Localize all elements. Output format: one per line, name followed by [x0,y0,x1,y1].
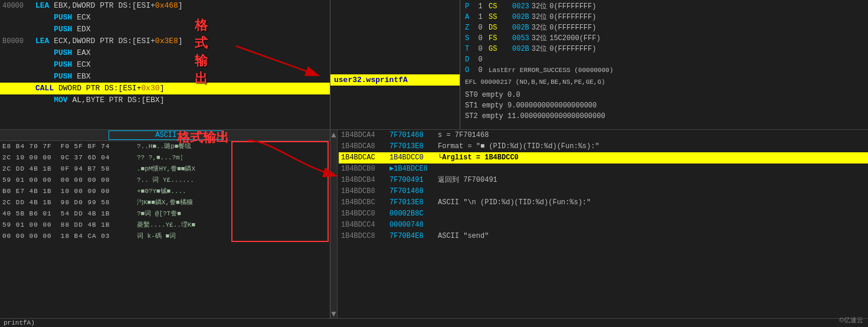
hex-row: E8 B4 70 7F F0 5F BF 74 ?..H■..璐p■餐续 [0,141,330,152]
stack-val: 7F7013E8 [389,198,435,208]
efl-value: EFL 00000217 (NO,B,NE,BE,NS,PE,GE,G) [465,77,605,87]
stack-comment: ASCII "\n (PID:%d)(TID:%d)(Fun:%s):" [438,198,591,208]
hex-row: 2C DD 4B 1B 0F 94 B7 58 .■pM惬HY,誊■■鏻X [0,164,330,175]
reg-gs-bits: 32位 [532,44,547,54]
reg-z-val: 0 [474,22,486,33]
hex-row: 59 01 00 00 00 00 00 00 ?.. 词 Y£...... [0,175,330,186]
hex-ascii: +■0?Y■铖■.... [137,187,186,197]
reg-fs: FS [489,33,510,44]
stack-addr: 1B4BDCA8 [341,142,389,152]
st2-value: ST2 empty 11.00000000000000000000 [465,111,605,122]
reg-z: Z [465,22,474,33]
scroll-up-icon[interactable]: ▲ [331,131,336,139]
disasm-instr: PUSH EBX [35,71,91,82]
reg-ds: DS [489,22,510,33]
reg-ss-code: 002B [512,12,529,22]
stack-row: 1B4BDCB4 7F700491 返回到 7F700491 [339,175,868,186]
stack-val: 7F700491 [389,175,435,185]
reg-s: S [465,33,474,44]
hex-bytes: 59 01 00 00 88 DD 4B 1B [2,220,132,230]
hex-bytes: B0 E7 4B 1B 10 00 00 00 [2,187,132,197]
stack-val: 7F70B4E8 [389,231,435,241]
disasm-instr: LEA EBX,DWORD PTR DS:[ESI+0x468] [35,1,183,11]
stack-rows-container: 1B4BDCA4 7F701468 s = 7F701468 1B4BDCA8 … [339,130,868,242]
hex-ascii: .■pM惬HY,誊■■鏻X [137,164,195,174]
scroll-down-icon[interactable]: ▼ [331,310,336,318]
stack-addr: 1B4BDCC8 [341,231,389,241]
watermark: ©亿速云 [839,316,863,325]
stack-row: 1B4BDCC8 7F70B4E8 ASCII "send" [339,231,868,242]
hex-row: 40 5B B6 01 54 DD 4B 1B ?■词 @[?T誊■ [0,208,330,220]
reg-gs-val: 0(FFFFFFFF) [549,44,596,54]
stack-addr: 1B4BDCC0 [341,209,389,219]
reg-row: D 0 [465,54,863,65]
hex-row: 2C 10 00 00 9C 37 6D 04 ?? ?,■...?m¦ [0,152,330,164]
stack-addr: 1B4BDCBC [341,198,389,208]
stack-row: 1B4BDCA8 7F7013E8 Format = "■ (PID:%d)(T… [339,141,868,152]
reg-p-val: 1 [474,1,486,12]
disasm-row: PUSH EAX [0,47,330,59]
reg-gs: GS [489,44,510,54]
hex-header-spacer [224,130,328,140]
reg-fs-code: 0053 [512,33,529,44]
st1-row: ST1 empty 9.0000000000000000000 [465,100,863,111]
hex-bytes: 00 00 00 00 18 B4 CA 03 [2,231,132,241]
hex-bytes: E8 B4 70 7F F0 5F BF 74 [2,142,132,152]
reg-ds-code: 002B [512,22,529,33]
reg-s-val: 0 [474,33,486,44]
disasm-row: PUSH ECX [0,59,330,71]
stack-row: 1B4BDCB8 7F701468 [339,186,868,197]
stack-comment: 返回到 7F700491 [438,175,497,185]
stack-val: 00000748 [389,220,435,230]
disasm-highlighted-row: CALL DWORD PTR DS:[ESI+0x30] [0,83,330,94]
reg-row: Z 0 DS 002B 32位 0(FFFFFFFF) [465,22,863,33]
efl-row: EFL 00000217 (NO,B,NE,BE,NS,PE,GE,G) [465,77,863,87]
hex-ascii: ?? ?,■...?m¦ [137,153,184,163]
reg-cs: CS [489,1,510,12]
hex-row: 00 00 00 00 18 B4 CA 03 词 k-碼 ■词 [0,231,330,242]
disasm-pane: 40000 LEA EBX,DWORD PTR DS:[ESI+0x468] P… [0,0,330,129]
stack-val: 1B4BDCC0 [389,153,435,163]
disasm-row: MOV AL,BYTE PTR DS:[EBX] [0,94,330,106]
disasm-row: B0000 LEA ECX,DWORD PTR DS:[ESI+0x3E8] [0,35,330,47]
hex-header-ascii: ASCII [109,130,224,140]
reg-fs-bits: 32位 [532,33,547,44]
reg-ss-val: 0(FFFFFFFF) [549,12,596,22]
reg-fs-val: 15C2000(FFF) [549,33,600,44]
hex-header-bytes [2,130,109,140]
stack-comment: s = 7F701468 [438,130,489,140]
hex-bytes: 59 01 00 00 00 00 00 00 [2,175,132,185]
hex-rows-container: E8 B4 70 7F F0 5F BF 74 ?..H■..璐p■餐续 2C … [0,141,330,242]
reg-o: O [465,65,474,76]
hex-ascii: ?.. 词 Y£...... [137,175,194,185]
stack-addr: 1B4BDCA4 [341,130,389,140]
reg-row: A 1 SS 002B 32位 0(FFFFFFFF) [465,12,863,22]
bottom-section: ASCII E8 B4 70 7F F0 5F BF 74 ?..H■..璐p■… [0,130,868,318]
call-keyword: CALL [35,84,54,93]
reg-cs-bits: 32位 [532,1,547,12]
hex-ascii: 汋K■■鏻X,誊■橘槺 [137,198,193,208]
stack-highlighted-row: 1B4BDCAC 1B4BDCC0 └Arglist = 1B4BDCC0 [339,152,868,164]
hex-ascii: 菱繫....Y£..堽K■ [137,220,195,230]
disasm-instr: LEA ECX,DWORD PTR DS:[ESI+0x3E8] [35,36,183,47]
stack-addr: 1B4BDCB8 [341,187,389,197]
disasm-instr: PUSH ECX [35,60,91,70]
hex-bytes: 2C DD 4B 1B 98 D0 99 58 [2,198,132,208]
reg-ss: SS [489,12,510,22]
reg-cs-val: 0(FFFFFFFF) [549,1,596,12]
stack-comment-arglist: └Arglist = 1B4BDCC0 [438,153,519,163]
stack-val: 00002B8C [389,209,435,219]
main-container: 40000 LEA EBX,DWORD PTR DS:[ESI+0x468] P… [0,0,868,327]
reg-row: O 0 LastErr ERROR_SUCCESS (00000000) [465,65,863,76]
disasm-instr: MOV AL,BYTE PTR DS:[EBX] [35,95,164,106]
reg-ds-val: 0(FFFFFFFF) [549,22,596,33]
reg-t: T [465,44,474,54]
reg-o-val: 0 [474,65,486,76]
st2-row: ST2 empty 11.00000000000000000000 [465,111,863,122]
disasm-row: PUSH EBX [0,71,330,83]
reg-ds-bits: 32位 [532,22,547,33]
scroll-bar[interactable]: ▲ ▼ [330,130,338,318]
reg-t-val: 0 [474,44,486,54]
reg-a-val: 1 [474,12,486,22]
st0-row: ST0 empty 0.0 [465,90,863,100]
